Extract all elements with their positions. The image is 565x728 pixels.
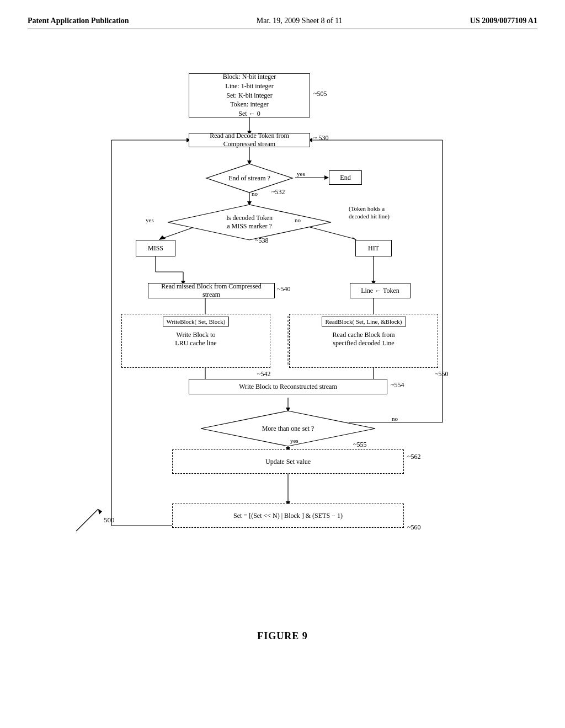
set-formula-text: Set = [(Set << N) | Block ] & (SETS − 1) (233, 512, 343, 520)
ref-500-area: 500 (71, 504, 115, 537)
line-token-text: Line ← Token (361, 287, 399, 295)
end-of-stream-text: End of stream ? (205, 163, 294, 194)
write-reconstructed-text: Write Block to Reconstructed stream (239, 383, 337, 391)
init-line3: Set: K-bit integer (226, 91, 272, 100)
ref-542: ~542 (257, 370, 271, 378)
hit-box: HIT (355, 240, 392, 256)
read-missed-text: Read missed Block from Compressed stream (153, 282, 270, 299)
header-right: US 2009/0077109 A1 (470, 17, 537, 25)
write-block-fn-header: WriteBlock( Set, Block) (163, 317, 230, 326)
token-holds-text: (Token holds adecoded hit line) (349, 205, 390, 221)
write-reconstructed-box: Write Block to Reconstructed stream (189, 379, 387, 394)
ref-550: ~550 (435, 370, 449, 378)
svg-marker-46 (96, 508, 102, 515)
init-box: Block: N-bit integer Line: 1-bit integer… (189, 73, 310, 117)
update-set-text: Update Set value (265, 458, 311, 466)
ref-530: ~ 530 (313, 134, 329, 142)
init-line4: Token: integer (230, 100, 268, 109)
update-set-dashed: Update Set value (172, 449, 404, 474)
ref-500-arrow (71, 504, 104, 537)
read-decode-text: Read and Decode Token from Compressed st… (194, 132, 305, 148)
ref-562: ~562 (407, 453, 421, 461)
more-than-one-diamond: More than one set ? (200, 410, 376, 447)
end-of-stream-diamond: End of stream ? (205, 163, 294, 194)
read-block-dashed: ReadBlock( Set, Line, &Block) Read cache… (289, 314, 438, 368)
miss-text: MISS (148, 244, 163, 253)
write-block-dashed: WriteBlock( Set, Block) Write Block toLR… (121, 314, 270, 368)
ref-560: ~560 (407, 523, 421, 532)
read-missed-box: Read missed Block from Compressed stream (148, 283, 275, 298)
init-line2: Line: 1-bit integer (225, 82, 273, 91)
page-header: Patent Application Publication Mar. 19, … (28, 17, 537, 29)
ref-505: ~505 (313, 90, 327, 98)
ref-500-text: 500 (104, 516, 115, 524)
write-block-fn-body: Write Block toLRU cache line (124, 331, 268, 347)
init-line1: Block: N-bit integer (223, 72, 276, 82)
line-token-box: Line ← Token (350, 283, 411, 298)
more-than-one-text: More than one set ? (200, 410, 376, 447)
diagram-area: Block: N-bit integer Line: 1-bit integer… (40, 40, 525, 619)
read-block-fn-header: ReadBlock( Set, Line, &Block) (322, 317, 406, 326)
is-decoded-diamond: Is decoded Tokena MISS marker ? (167, 204, 332, 241)
read-block-fn-body: Read cache Block fromspecified decoded L… (292, 331, 435, 347)
page: Patent Application Publication Mar. 19, … (0, 0, 565, 728)
ref-540: ~540 (277, 285, 291, 293)
end-text: End (340, 174, 350, 182)
header-center: Mar. 19, 2009 Sheet 8 of 11 (257, 17, 343, 25)
svg-line-45 (76, 509, 98, 531)
read-decode-box: Read and Decode Token from Compressed st… (189, 133, 310, 147)
is-decoded-text: Is decoded Tokena MISS marker ? (167, 204, 332, 241)
yes-label-miss: yes (146, 217, 154, 223)
svg-marker-5 (324, 175, 329, 180)
hit-text: HIT (368, 244, 379, 253)
miss-box: MISS (136, 240, 175, 256)
yes-label-end: yes (297, 170, 305, 177)
ref-554: ~554 (391, 381, 404, 389)
figure-caption: FIGURE 9 (28, 630, 537, 642)
set-formula-dashed: Set = [(Set << N) | Block ] & (SETS − 1) (172, 504, 404, 528)
no-label-more: no (392, 415, 398, 422)
init-line5: Set ← 0 (238, 109, 260, 119)
svg-marker-9 (159, 235, 166, 240)
end-box: End (329, 170, 362, 185)
header-left: Patent Application Publication (28, 17, 129, 25)
